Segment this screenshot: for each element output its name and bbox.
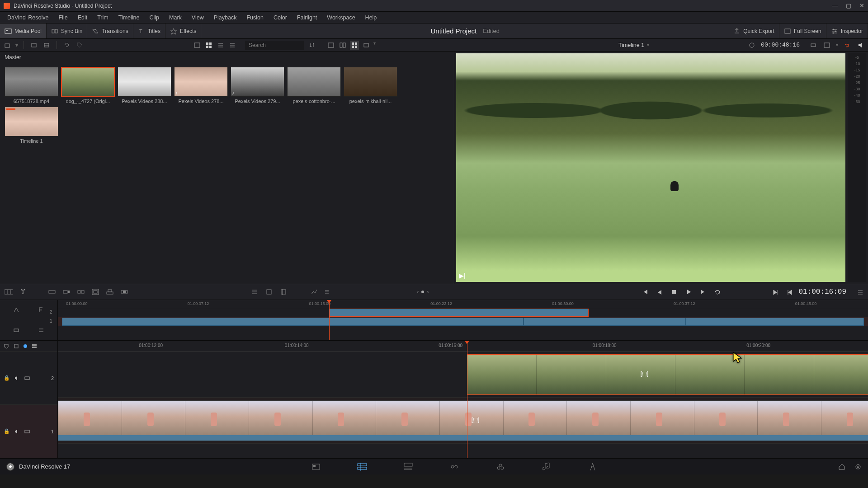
mini-clip[interactable]	[62, 318, 524, 326]
append-icon[interactable]	[62, 288, 71, 296]
inspector-button[interactable]: Inspector	[826, 23, 868, 38]
grid-viewer-icon[interactable]	[350, 41, 359, 50]
sync-icon[interactable]	[747, 41, 756, 50]
deliver-page-icon[interactable]	[588, 462, 598, 472]
menu-workspace[interactable]: Workspace	[322, 13, 359, 22]
sort-icon[interactable]	[307, 41, 316, 50]
closeup-icon[interactable]	[91, 288, 99, 296]
mini-playhead[interactable]	[329, 300, 330, 340]
metadata-view-icon[interactable]	[193, 41, 202, 50]
boring-detector-icon[interactable]	[5, 288, 13, 296]
menu-help[interactable]: Help	[361, 13, 382, 22]
clip-item[interactable]: ♪Pexels Videos 279...	[231, 67, 284, 104]
effects-button[interactable]: Effects	[165, 23, 201, 38]
viewer[interactable]: ▶|	[456, 53, 845, 282]
next-marker-icon[interactable]	[771, 288, 779, 296]
lock-icon[interactable]: 🔒	[4, 428, 10, 434]
single-viewer-icon[interactable]	[326, 41, 335, 50]
stop-icon[interactable]	[670, 288, 678, 296]
media-page-icon[interactable]	[311, 462, 321, 472]
prev-edit-icon[interactable]: ‹	[417, 289, 419, 295]
quickexport-button[interactable]: Quick Export	[729, 23, 779, 38]
menu-edit[interactable]: Edit	[73, 13, 92, 22]
menu-trim[interactable]: Trim	[93, 13, 113, 22]
bypass-icon[interactable]	[809, 41, 818, 50]
main-ruler[interactable]: 01:00:12:00 01:00:14:00 01:00:16:00 01:0…	[58, 341, 868, 352]
dynamic-zoom-icon[interactable]	[310, 288, 318, 296]
timeline-options-icon[interactable]	[857, 288, 863, 296]
menu-mark[interactable]: Mark	[165, 13, 186, 22]
menu-view[interactable]: View	[187, 13, 208, 22]
mini-ruler[interactable]: 01:00:00:00 01:00:07:12 01:00:15:00 01:0…	[58, 300, 868, 308]
timeline-tool-a-icon[interactable]	[13, 307, 19, 313]
next-clip-icon[interactable]: ▶|	[459, 272, 466, 279]
track-view-icon[interactable]	[32, 343, 37, 349]
speaker-icon[interactable]	[856, 41, 865, 50]
fullscreen-button[interactable]: Full Screen	[779, 23, 826, 38]
timeline-clip[interactable]: [⬚]	[467, 354, 868, 395]
prev-marker-icon[interactable]	[786, 288, 794, 296]
tools-menu-icon[interactable]	[250, 288, 259, 296]
play-icon[interactable]	[684, 288, 693, 296]
next-edit-icon[interactable]: ›	[427, 289, 429, 295]
crop-icon[interactable]	[279, 288, 288, 296]
import-icon[interactable]	[3, 41, 12, 50]
timeline-tool-d-icon[interactable]	[38, 327, 44, 333]
menu-playback[interactable]: Playback	[209, 13, 241, 22]
flag-tool-icon[interactable]	[14, 343, 19, 349]
timeline-tool-b-icon[interactable]	[38, 307, 44, 313]
bin-add-icon[interactable]	[29, 41, 38, 50]
refresh-icon[interactable]	[62, 41, 71, 50]
strip-view-icon[interactable]	[216, 41, 225, 50]
clip-item[interactable]: Timeline 1	[5, 107, 58, 144]
jump-last-icon[interactable]	[699, 288, 707, 296]
mediapool-button[interactable]: Media Pool	[0, 23, 47, 38]
jump-first-icon[interactable]	[641, 288, 649, 296]
main-playhead[interactable]	[467, 341, 467, 458]
menu-color[interactable]: Color	[269, 13, 292, 22]
clip-item[interactable]: pexels-mikhail-nil...	[344, 67, 397, 104]
clip-item[interactable]: dog_-_4727 (Origi...	[61, 67, 115, 104]
menu-fusion[interactable]: Fusion	[242, 13, 268, 22]
speaker-icon[interactable]	[14, 375, 20, 381]
minimize-button[interactable]: —	[832, 2, 838, 9]
clip-item[interactable]: 657518728.mp4	[5, 67, 58, 104]
options-dropdown-icon[interactable]	[822, 41, 831, 50]
track-header-v2[interactable]: 🔒 2	[0, 352, 57, 405]
menu-fairlight[interactable]: Fairlight	[292, 13, 321, 22]
playhead-timecode[interactable]: 01:00:16:09	[798, 288, 846, 296]
lock-icon[interactable]: 🔒	[4, 375, 10, 381]
tag-icon[interactable]	[75, 41, 84, 50]
transitions-button[interactable]: Transitions	[87, 23, 133, 38]
play-reverse-icon[interactable]	[656, 288, 664, 296]
smart-insert-icon[interactable]	[48, 288, 56, 296]
video-track-2[interactable]: [⬚]	[58, 352, 868, 398]
transform-icon[interactable]	[265, 288, 273, 296]
mini-clip[interactable]	[524, 318, 685, 326]
speaker-icon[interactable]	[14, 429, 20, 434]
dual-viewer-icon[interactable]	[338, 41, 347, 50]
mini-clip[interactable]	[329, 309, 588, 317]
fairlight-page-icon[interactable]	[542, 462, 552, 472]
split-icon[interactable]	[19, 288, 27, 296]
mini-timeline-tracks[interactable]: 01:00:00:00 01:00:07:12 01:00:15:00 01:0…	[58, 300, 868, 340]
edit-page-icon[interactable]	[403, 462, 413, 472]
timeline-selector[interactable]: Timeline 1 ▾	[474, 42, 649, 48]
source-overwrite-icon[interactable]	[120, 288, 128, 296]
titles-button[interactable]: T Titles	[133, 23, 165, 38]
loop-playback-icon[interactable]	[713, 288, 722, 296]
track-header-v1[interactable]: 🔒 1	[0, 405, 57, 458]
settings-gear-icon[interactable]	[854, 463, 862, 470]
search-input[interactable]	[245, 41, 304, 50]
clip-item[interactable]: ♪Pexels Videos 278...	[174, 67, 228, 104]
marker-tool-icon[interactable]	[4, 343, 9, 349]
color-page-icon[interactable]	[495, 462, 505, 472]
thumbnail-view-icon[interactable]	[204, 41, 213, 50]
bin-list-icon[interactable]	[42, 41, 51, 50]
ripple-overwrite-icon[interactable]	[77, 288, 85, 296]
fusion-page-icon[interactable]	[449, 462, 459, 472]
maximize-button[interactable]: ▢	[846, 2, 851, 9]
close-button[interactable]: ✕	[859, 2, 864, 9]
audio-trim-icon[interactable]	[323, 288, 331, 296]
menu-timeline[interactable]: Timeline	[114, 13, 144, 22]
